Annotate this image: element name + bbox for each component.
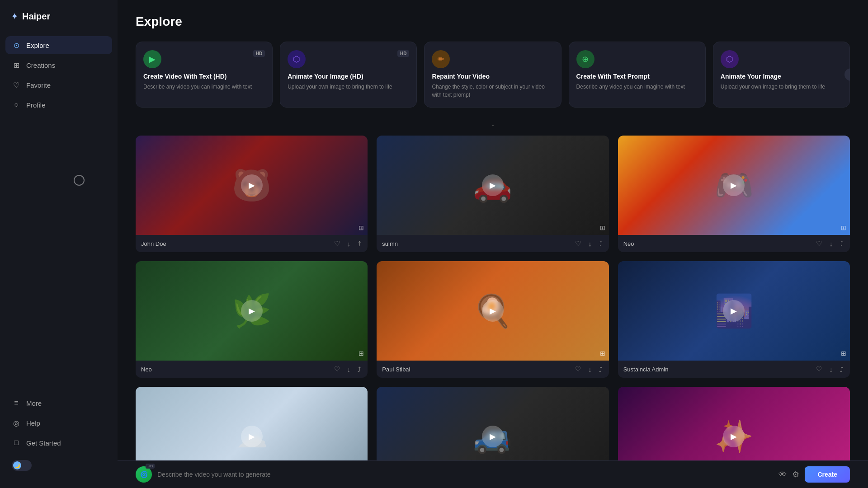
expand-icon[interactable]: ⊞ (841, 350, 846, 357)
scroll-indicator: ⌃ (136, 122, 850, 132)
feature-title: Create Video With Text (HD) (143, 73, 265, 80)
sidebar-item-favorite[interactable]: ♡ Favorite (5, 76, 112, 94)
play-button[interactable]: ▶ (482, 300, 504, 322)
video-actions: ♡ ↓ ⤴ (815, 239, 844, 249)
profile-icon: ○ (12, 100, 21, 109)
share-button[interactable]: ⤴ (839, 239, 844, 249)
sidebar-item-label: Profile (26, 101, 46, 109)
sidebar-bottom-label: Get Started (26, 439, 61, 447)
prompt-input[interactable] (157, 471, 773, 478)
play-button[interactable]: ▶ (723, 426, 745, 447)
video-grid: 🐻 ▶ ⊞ John Doe ♡ ↓ ⤴ 🚗 ▶ ⊞ sulmn ♡ ↓ (136, 136, 850, 488)
prompt-eye-button[interactable]: 👁 (778, 470, 787, 479)
logo: ✦ Haiper (0, 11, 118, 36)
feature-card-header: ▶ HD (143, 50, 265, 68)
sidebar-item-label: Favorite (26, 81, 51, 89)
video-card-v1[interactable]: 🐻 ▶ ⊞ John Doe ♡ ↓ ⤴ (136, 136, 368, 252)
sidebar-bottom-item-more[interactable]: ≡ More (5, 394, 112, 412)
video-actions: ♡ ↓ ⤴ (574, 364, 604, 374)
like-button[interactable]: ♡ (815, 239, 823, 249)
download-button[interactable]: ↓ (828, 364, 834, 374)
expand-icon[interactable]: ⊞ (841, 224, 846, 231)
prompt-avatar: 🌀 HD (136, 466, 152, 483)
sidebar-item-explore[interactable]: ⊙ Explore (5, 36, 112, 54)
play-button[interactable]: ▶ (241, 426, 263, 447)
play-button[interactable]: ▶ (482, 426, 504, 447)
toggle-track[interactable]: 🌙 (12, 460, 32, 471)
more-icon: ≡ (12, 399, 21, 408)
feature-desc: Describe any video you can imagine with … (576, 83, 698, 91)
video-footer: Neo ♡ ↓ ⤴ (136, 361, 368, 378)
play-button[interactable]: ▶ (482, 174, 504, 196)
video-author: John Doe (141, 240, 166, 247)
like-button[interactable]: ♡ (815, 364, 823, 374)
feature-cards-row: ▶ HD Create Video With Text (HD) Describ… (136, 42, 850, 108)
video-thumbnail: 🌿 ▶ ⊞ (136, 261, 368, 361)
expand-icon[interactable]: ⊞ (600, 224, 605, 231)
expand-icon[interactable]: ⊞ (359, 224, 364, 231)
video-card-v5[interactable]: 🍳 ▶ ⊞ Paul Stibal ♡ ↓ ⤴ (377, 261, 609, 378)
video-footer: Paul Stibal ♡ ↓ ⤴ (377, 361, 609, 378)
sidebar-item-label: Creations (26, 61, 55, 69)
share-button[interactable]: ⤴ (357, 364, 362, 374)
feature-card-header: ⬡ HD (288, 50, 409, 68)
page-title: Explore (136, 14, 850, 29)
share-button[interactable]: ⤴ (598, 364, 604, 374)
logo-text: Haiper (22, 11, 50, 22)
feature-desc: Upload your own image to bring them to l… (288, 83, 409, 91)
video-card-v2[interactable]: 🚗 ▶ ⊞ sulmn ♡ ↓ ⤴ (377, 136, 609, 252)
share-button[interactable]: ⤴ (357, 239, 362, 249)
sidebar-item-profile[interactable]: ○ Profile (5, 96, 112, 114)
video-footer: Neo ♡ ↓ ⤴ (618, 235, 850, 252)
prompt-bar: 🌀 HD 👁 ⚙ Create (118, 460, 868, 488)
share-button[interactable]: ⤴ (839, 364, 844, 374)
video-actions: ♡ ↓ ⤴ (815, 364, 844, 374)
feature-card-header: ⬡ (721, 50, 842, 68)
video-footer: John Doe ♡ ↓ ⤴ (136, 235, 368, 252)
video-author: Neo (141, 366, 152, 373)
like-button[interactable]: ♡ (333, 364, 341, 374)
feature-icon: ▶ (143, 50, 161, 68)
feature-card-create-text-prompt[interactable]: ⊕ Create With Text Prompt Describe any v… (569, 42, 706, 108)
like-button[interactable]: ♡ (333, 239, 341, 249)
download-button[interactable]: ↓ (346, 239, 352, 249)
play-button[interactable]: ▶ (241, 174, 263, 196)
download-button[interactable]: ↓ (587, 364, 593, 374)
video-card-v3[interactable]: 🎮 ▶ ⊞ Neo ♡ ↓ ⤴ (618, 136, 850, 252)
feature-card-repaint-video[interactable]: ✏ Repaint Your Video Change the style, c… (424, 42, 561, 108)
expand-icon[interactable]: ⊞ (359, 350, 364, 357)
create-button[interactable]: Create (805, 466, 850, 483)
explore-icon: ⊙ (12, 41, 21, 50)
video-card-v6[interactable]: 🌆 ▶ ⊞ Sustaincia Admin ♡ ↓ ⤴ (618, 261, 850, 378)
expand-icon[interactable]: ⊞ (600, 350, 605, 357)
feature-card-animate-image-hd[interactable]: ⬡ HD Animate Your Image (HD) Upload your… (280, 42, 417, 108)
sidebar-bottom-item-get-started[interactable]: □ Get Started (5, 434, 112, 452)
feature-title: Animate Your Image (721, 73, 842, 80)
like-button[interactable]: ♡ (574, 239, 582, 249)
sidebar-item-label: Explore (26, 42, 49, 49)
video-actions: ♡ ↓ ⤴ (574, 239, 604, 249)
play-button[interactable]: ▶ (723, 174, 745, 196)
video-card-v4[interactable]: 🌿 ▶ ⊞ Neo ♡ ↓ ⤴ (136, 261, 368, 378)
share-button[interactable]: ⤴ (598, 239, 604, 249)
download-button[interactable]: ↓ (587, 239, 593, 249)
hd-badge: HD (397, 50, 409, 57)
prompt-settings-button[interactable]: ⚙ (792, 469, 799, 479)
play-button[interactable]: ▶ (723, 300, 745, 322)
feature-desc: Change the style, color or subject in yo… (432, 83, 553, 99)
sidebar-bottom: ≡ More ◎ Help □ Get Started 🌙 (0, 394, 118, 477)
download-button[interactable]: ↓ (346, 364, 352, 374)
video-thumbnail: 🍳 ▶ ⊞ (377, 261, 609, 361)
video-thumbnail: 🎮 ▶ ⊞ (618, 136, 850, 235)
feature-desc: Upload your own image to bring them to l… (721, 83, 842, 91)
like-button[interactable]: ♡ (574, 364, 582, 374)
sidebar-bottom-item-help[interactable]: ◎ Help (5, 414, 112, 432)
sidebar-item-creations[interactable]: ⊞ Creations (5, 56, 112, 74)
download-button[interactable]: ↓ (828, 239, 834, 249)
hd-badge: HD (253, 50, 265, 57)
video-thumbnail: 🌆 ▶ ⊞ (618, 261, 850, 361)
play-button[interactable]: ▶ (241, 300, 263, 322)
feature-card-animate-image-2[interactable]: ⬡ Animate Your Image Upload your own ima… (713, 42, 850, 108)
dark-mode-toggle[interactable]: 🌙 (5, 455, 112, 475)
feature-card-create-video-hd[interactable]: ▶ HD Create Video With Text (HD) Describ… (136, 42, 273, 108)
